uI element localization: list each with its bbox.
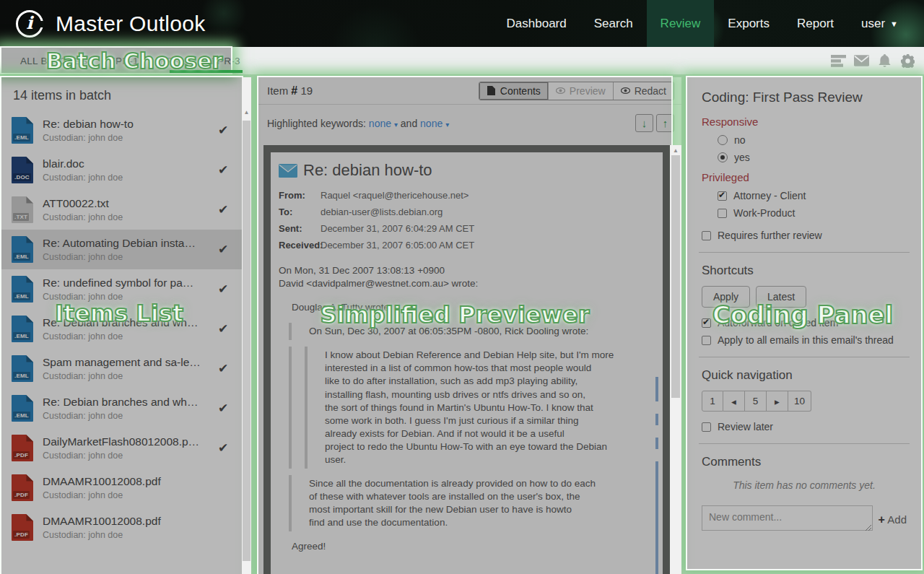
file-ext-label: .PDF <box>13 531 30 539</box>
checkbox-checked-icon <box>718 191 727 201</box>
list-item[interactable]: .TXTATT00022.txtCustodian: john doe✔ <box>1 190 242 230</box>
list-item[interactable]: .PDFDMAAMR10012008.pdfCustodian: john do… <box>1 468 242 508</box>
quote-depth-marker <box>655 377 658 401</box>
contents-view-button[interactable]: Contents <box>479 82 548 100</box>
new-comment-input[interactable] <box>702 505 873 531</box>
keywords-text: Highlighted keywords: none ▾ and none ▾ <box>267 118 449 129</box>
user-menu-label: user <box>861 17 885 31</box>
divider <box>699 443 910 444</box>
file-ext-label: .EML <box>13 292 30 300</box>
file-type-icon-pdf: .PDF <box>12 514 33 541</box>
brand-logo-icon <box>16 10 43 38</box>
nav-item-exports[interactable]: Exports <box>714 0 783 47</box>
item-text: DailyMarketFlash08012008.p…Custodian: jo… <box>43 435 212 461</box>
nav-item-search[interactable]: Search <box>580 0 647 47</box>
list-item[interactable]: .EMLRe: Automating Debian insta…Custodia… <box>1 230 242 269</box>
mail-icon[interactable] <box>854 53 869 69</box>
keyword-dropdown-2[interactable]: none ▾ <box>420 118 449 129</box>
check-icon: ✔ <box>214 440 232 456</box>
checkbox-icon <box>718 209 727 218</box>
page-icon <box>487 86 496 95</box>
list-item[interactable]: .PDFDMAAMR10012008.pdfCustodian: john do… <box>1 508 242 547</box>
item-custodian: Custodian: john doe <box>43 252 212 262</box>
item-text: Re: undefined symbol for pa…Custodian: j… <box>43 277 212 302</box>
nav-item-review[interactable]: Review <box>647 0 715 47</box>
list-icon[interactable] <box>831 53 846 69</box>
gear-icon[interactable] <box>900 53 915 69</box>
item-custodian: Custodian: john doe <box>43 490 212 500</box>
email-header-row: Received: December 31, 2007 6:05:00 AM C… <box>279 237 645 253</box>
previewer-scrollbar-thumb[interactable] <box>671 155 680 398</box>
radio-responsive-no[interactable]: no <box>718 134 907 146</box>
brand[interactable]: Master Outlook <box>16 0 206 47</box>
item-title: Re: debian how-to <box>43 118 212 131</box>
items-scrollbar-thumb[interactable] <box>243 121 250 561</box>
next-page-button[interactable]: ▸ <box>767 391 788 412</box>
keyword-dropdown-1[interactable]: none ▾ <box>369 118 398 129</box>
previous-page-button[interactable]: ◂ <box>723 391 745 412</box>
email-quote-block: Since all the documentation is already p… <box>279 477 645 529</box>
last-page-button[interactable]: 10 <box>788 391 811 412</box>
chevron-down-icon: ▼ <box>890 19 898 28</box>
checkbox-work-product[interactable]: Work-Product <box>718 207 907 219</box>
checkbox-review-later[interactable]: Review later <box>702 421 907 432</box>
email-quote-block: On Mon, 31 Dec 2007 13:08:13 +0900 David… <box>279 264 645 290</box>
checkbox-requires-further-review[interactable]: Requires further review <box>702 230 907 241</box>
checkbox-icon <box>702 422 711 432</box>
quote-border <box>305 347 308 469</box>
user-menu[interactable]: user ▼ <box>847 17 908 31</box>
item-custodian: Custodian: john doe <box>43 451 212 461</box>
email-quote-block: I know about Debian Reference and Debian… <box>279 349 645 466</box>
item-custodian: Custodian: john doe <box>43 411 212 421</box>
annotation-label-items-list: Items List <box>55 300 183 327</box>
file-ext-label: .EML <box>13 332 30 340</box>
view-mode-buttons: ContentsPreviewRedact <box>479 82 674 100</box>
items-scrollbar[interactable]: ▲ <box>242 77 251 574</box>
item-text: ATT00022.txtCustodian: john doe <box>43 197 212 222</box>
nav-item-report[interactable]: Report <box>783 0 847 47</box>
radio-responsive-yes[interactable]: yes <box>718 152 907 163</box>
previous-hit-button[interactable]: ↑ <box>656 114 674 132</box>
list-item[interactable]: .EMLRe: debian how-toCustodian: john doe… <box>1 110 242 150</box>
previewer-header: Item # 19 ContentsPreviewRedact <box>258 77 681 105</box>
list-item[interactable]: .EMLRe: Debian branches and wh…Custodian… <box>1 388 242 428</box>
checkbox-checked-icon <box>702 318 711 328</box>
item-list: .EMLRe: debian how-toCustodian: john doe… <box>1 110 242 547</box>
view-button-label: Preview <box>570 85 606 97</box>
item-text: Re: Debian branches and wh…Custodian: jo… <box>43 396 212 421</box>
no-comments-text: This item has no comments yet. <box>702 479 907 491</box>
checkbox-attorney-client[interactable]: Attorney - Client <box>718 190 907 201</box>
quote-depth-marker <box>655 461 658 574</box>
comment-input-row: + Add <box>702 505 907 534</box>
annotation-label-batch-chooser: Batch Chooser <box>46 48 223 74</box>
scroll-up-icon[interactable]: ▲ <box>670 147 681 154</box>
list-item[interactable]: .DOCblair.docCustodian: john doe✔ <box>1 150 242 190</box>
preview-view-button[interactable]: Preview <box>548 82 613 100</box>
eye-icon <box>556 86 565 95</box>
file-ext-label: .EML <box>13 372 30 380</box>
nav-menu: DashboardSearchReviewExportsReport <box>493 0 847 47</box>
item-text: Spam management and sa-le…Custodian: joh… <box>43 356 212 381</box>
list-item[interactable]: .PDFDailyMarketFlash08012008.p…Custodian… <box>1 428 242 468</box>
list-item[interactable]: .EMLSpam management and sa-le…Custodian:… <box>1 349 242 388</box>
previewer-scrollbar[interactable]: ▲ <box>670 145 681 574</box>
item-custodian: Custodian: john doe <box>43 133 212 143</box>
responsive-label: Responsive <box>702 116 907 128</box>
redact-view-button[interactable]: Redact <box>613 82 674 100</box>
bell-icon[interactable] <box>877 53 892 69</box>
next-hit-button[interactable]: ↓ <box>635 114 653 132</box>
add-comment-button[interactable]: + Add <box>879 513 907 526</box>
nav-item-dashboard[interactable]: Dashboard <box>493 0 580 47</box>
checkbox-apply-to-thread[interactable]: Apply to all emails in this email's thre… <box>702 334 907 346</box>
current-page-button[interactable]: 5 <box>745 391 767 412</box>
item-custodian: Custodian: john doe <box>43 331 212 342</box>
scroll-up-icon[interactable]: ▲ <box>242 109 251 116</box>
item-title: Re: Automating Debian insta… <box>43 237 212 250</box>
email-quote-block: Agreed! <box>279 540 645 553</box>
first-page-button[interactable]: 1 <box>702 391 723 412</box>
radio-selected-icon <box>718 152 728 162</box>
quick-navigation-title: Quick navigation <box>702 368 907 383</box>
item-title: DMAAMR10012008.pdf <box>43 475 212 488</box>
item-number: Item # 19 <box>267 84 313 97</box>
check-icon: ✔ <box>214 242 232 257</box>
